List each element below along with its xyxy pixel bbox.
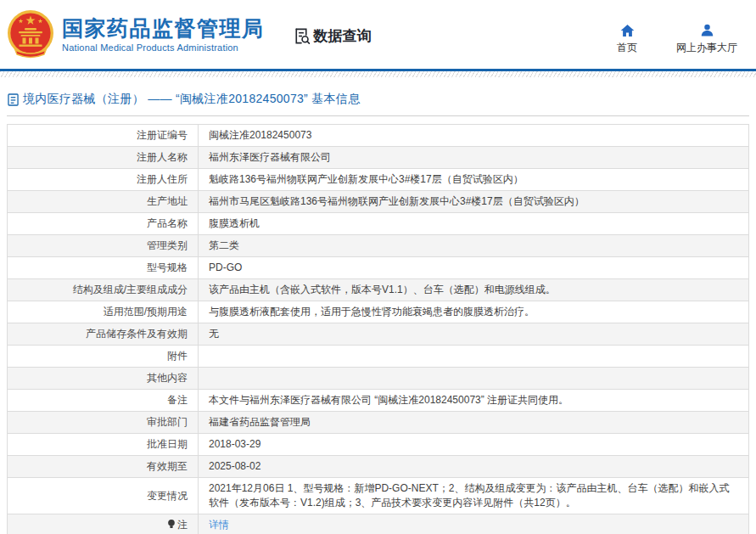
table-row: 适用范围/预期用途与腹膜透析液配套使用，适用于急慢性肾功能衰竭患者的腹膜透析治疗… [8, 301, 749, 323]
table-row: 审批部门福建省药品监督管理局 [8, 412, 749, 434]
site-title: 国家药品监督管理局 [62, 16, 265, 41]
row-value: 无 [199, 323, 749, 346]
row-label: 批准日期 [8, 434, 199, 456]
info-table-body: 注册证编号闽械注准20182450073注册人名称福州东泽医疗器械有限公司注册人… [8, 125, 749, 534]
hatch-band [0, 71, 756, 77]
row-label: 生产地址 [8, 191, 199, 213]
table-row: 批准日期2018-03-29 [8, 434, 749, 456]
nav-service-hall[interactable]: 网上办事大厅 [676, 23, 737, 55]
row-value: 福建省药品监督管理局 [199, 412, 749, 434]
row-label: 注册人名称 [8, 147, 199, 169]
table-row: 注详情 [8, 514, 749, 534]
nav-hall-label: 网上办事大厅 [676, 41, 737, 55]
main-content: 境内医疗器械（注册） —— “闽械注准20182450073” 基本信息 注册证… [0, 77, 756, 534]
row-value: 2021年12月06日 1、型号规格：新增PD-GO-NEXT；2、结构及组成变… [199, 478, 749, 514]
home-icon [620, 23, 635, 37]
row-value: 2025-08-02 [199, 456, 749, 478]
table-row: 变更情况2021年12月06日 1、型号规格：新增PD-GO-NEXT；2、结构… [8, 478, 749, 514]
row-value: 第二类 [199, 235, 749, 257]
row-label: 附件 [8, 346, 199, 368]
person-icon [700, 23, 714, 37]
table-row: 注册人住所魁岐路136号福州物联网产业创新发展中心3#楼17层（自贸试验区内） [8, 169, 749, 191]
row-label: 备注 [8, 390, 199, 412]
row-label: 产品储存条件及有效期 [8, 323, 199, 346]
table-row: 注册人名称福州东泽医疗器械有限公司 [8, 147, 749, 169]
row-label: 注册人住所 [8, 169, 199, 191]
table-row: 产品名称腹膜透析机 [8, 213, 749, 235]
nav-home-label: 首页 [617, 41, 637, 55]
row-label: 有效期至 [8, 456, 199, 478]
page-title-row: 境内医疗器械（注册） —— “闽械注准20182450073” 基本信息 [7, 90, 749, 116]
row-label: 注 [8, 514, 199, 534]
data-query-label: 数据查询 [314, 26, 372, 46]
site-header: 国家药品监督管理局 National Medical Products Admi… [0, 0, 756, 69]
table-row: 其他内容 [8, 368, 749, 390]
row-value: 福州市马尾区魁岐路136号福州物联网产业创新发展中心3#楼17层（自贸试验区内） [199, 191, 749, 213]
row-value: 魁岐路136号福州物联网产业创新发展中心3#楼17层（自贸试验区内） [199, 169, 749, 191]
document-icon [8, 93, 19, 106]
top-nav: 首页 网上办事大厅 [610, 23, 737, 55]
national-emblem-logo [7, 8, 54, 61]
table-row: 型号规格PD-GO [8, 257, 749, 279]
table-row: 注册证编号闽械注准20182450073 [8, 125, 749, 147]
table-row: 结构及组成/主要组成成分该产品由主机（含嵌入式软件，版本号V1.1）、台车（选配… [8, 279, 749, 301]
table-row: 生产地址福州市马尾区魁岐路136号福州物联网产业创新发展中心3#楼17层（自贸试… [8, 191, 749, 213]
row-label: 适用范围/预期用途 [8, 301, 199, 323]
table-row: 备注本文件与福州东泽医疗器械有限公司 “闽械注准20182450073” 注册证… [8, 390, 749, 412]
row-label: 变更情况 [8, 478, 199, 514]
table-row: 有效期至2025-08-02 [8, 456, 749, 478]
table-row: 产品储存条件及有效期无 [8, 323, 749, 346]
detail-link[interactable]: 详情 [209, 519, 229, 531]
row-label: 审批部门 [8, 412, 199, 434]
table-row: 附件 [8, 346, 749, 368]
row-value: 腹膜透析机 [199, 213, 749, 235]
row-value [199, 368, 749, 390]
row-value: 2018-03-29 [199, 434, 749, 456]
row-value: PD-GO [199, 257, 749, 279]
brand: 国家药品监督管理局 National Medical Products Admi… [62, 16, 265, 53]
data-query-icon [292, 26, 311, 46]
info-table: 注册证编号闽械注准20182450073注册人名称福州东泽医疗器械有限公司注册人… [7, 124, 749, 534]
row-value: 详情 [199, 514, 749, 534]
row-label: 其他内容 [8, 368, 199, 390]
row-label: 产品名称 [8, 213, 199, 235]
row-label: 管理类别 [8, 235, 199, 257]
row-label: 注册证编号 [8, 125, 199, 147]
table-row: 管理类别第二类 [8, 235, 749, 257]
data-query-section[interactable]: 数据查询 [292, 26, 372, 46]
row-value: 福州东泽医疗器械有限公司 [199, 147, 749, 169]
row-value: 该产品由主机（含嵌入式软件，版本号V1.1）、台车（选配）和电源线组成。 [199, 279, 749, 301]
row-label: 结构及组成/主要组成成分 [8, 279, 199, 301]
row-label: 型号规格 [8, 257, 199, 279]
site-subtitle: National Medical Products Administration [62, 42, 265, 53]
row-value: 本文件与福州东泽医疗器械有限公司 “闽械注准20182450073” 注册证共同… [199, 390, 749, 412]
row-value: 闽械注准20182450073 [199, 125, 749, 147]
page-title: 境内医疗器械（注册） —— “闽械注准20182450073” 基本信息 [23, 92, 360, 107]
row-value: 与腹膜透析液配套使用，适用于急慢性肾功能衰竭患者的腹膜透析治疗。 [199, 301, 749, 323]
lightbulb-icon [167, 519, 176, 530]
row-value [199, 346, 749, 368]
nav-home[interactable]: 首页 [610, 23, 644, 55]
